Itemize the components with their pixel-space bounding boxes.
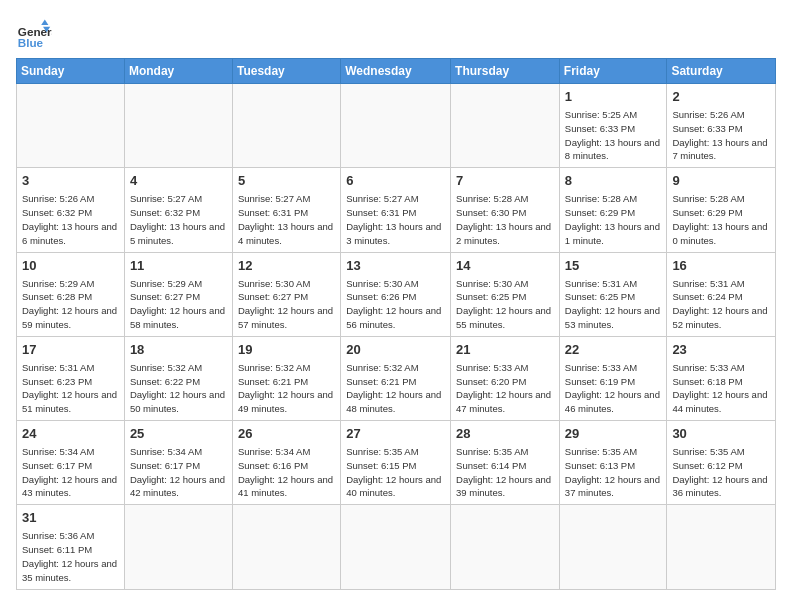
calendar-cell: 31Sunrise: 5:36 AM Sunset: 6:11 PM Dayli… bbox=[17, 505, 125, 589]
day-number: 29 bbox=[565, 425, 662, 443]
day-number: 14 bbox=[456, 257, 554, 275]
day-info: Sunrise: 5:35 AM Sunset: 6:14 PM Dayligh… bbox=[456, 445, 554, 500]
day-info: Sunrise: 5:33 AM Sunset: 6:18 PM Dayligh… bbox=[672, 361, 770, 416]
calendar-cell: 21Sunrise: 5:33 AM Sunset: 6:20 PM Dayli… bbox=[451, 336, 560, 420]
day-info: Sunrise: 5:34 AM Sunset: 6:17 PM Dayligh… bbox=[130, 445, 227, 500]
calendar-cell: 28Sunrise: 5:35 AM Sunset: 6:14 PM Dayli… bbox=[451, 421, 560, 505]
day-number: 3 bbox=[22, 172, 119, 190]
calendar-cell: 9Sunrise: 5:28 AM Sunset: 6:29 PM Daylig… bbox=[667, 168, 776, 252]
day-info: Sunrise: 5:31 AM Sunset: 6:23 PM Dayligh… bbox=[22, 361, 119, 416]
calendar-cell: 18Sunrise: 5:32 AM Sunset: 6:22 PM Dayli… bbox=[124, 336, 232, 420]
day-info: Sunrise: 5:26 AM Sunset: 6:32 PM Dayligh… bbox=[22, 192, 119, 247]
calendar-cell: 24Sunrise: 5:34 AM Sunset: 6:17 PM Dayli… bbox=[17, 421, 125, 505]
weekday-header: Friday bbox=[559, 59, 667, 84]
calendar-cell: 12Sunrise: 5:30 AM Sunset: 6:27 PM Dayli… bbox=[232, 252, 340, 336]
calendar-cell bbox=[559, 505, 667, 589]
day-number: 6 bbox=[346, 172, 445, 190]
day-info: Sunrise: 5:31 AM Sunset: 6:24 PM Dayligh… bbox=[672, 277, 770, 332]
day-number: 26 bbox=[238, 425, 335, 443]
calendar-cell: 30Sunrise: 5:35 AM Sunset: 6:12 PM Dayli… bbox=[667, 421, 776, 505]
day-number: 21 bbox=[456, 341, 554, 359]
day-number: 27 bbox=[346, 425, 445, 443]
day-info: Sunrise: 5:35 AM Sunset: 6:12 PM Dayligh… bbox=[672, 445, 770, 500]
day-info: Sunrise: 5:28 AM Sunset: 6:29 PM Dayligh… bbox=[672, 192, 770, 247]
calendar-cell: 2Sunrise: 5:26 AM Sunset: 6:33 PM Daylig… bbox=[667, 84, 776, 168]
day-number: 15 bbox=[565, 257, 662, 275]
calendar-cell: 5Sunrise: 5:27 AM Sunset: 6:31 PM Daylig… bbox=[232, 168, 340, 252]
day-info: Sunrise: 5:30 AM Sunset: 6:27 PM Dayligh… bbox=[238, 277, 335, 332]
calendar-cell: 11Sunrise: 5:29 AM Sunset: 6:27 PM Dayli… bbox=[124, 252, 232, 336]
calendar-cell: 27Sunrise: 5:35 AM Sunset: 6:15 PM Dayli… bbox=[341, 421, 451, 505]
day-number: 11 bbox=[130, 257, 227, 275]
day-number: 1 bbox=[565, 88, 662, 106]
calendar-cell: 19Sunrise: 5:32 AM Sunset: 6:21 PM Dayli… bbox=[232, 336, 340, 420]
day-info: Sunrise: 5:27 AM Sunset: 6:31 PM Dayligh… bbox=[238, 192, 335, 247]
day-info: Sunrise: 5:36 AM Sunset: 6:11 PM Dayligh… bbox=[22, 529, 119, 584]
day-info: Sunrise: 5:35 AM Sunset: 6:13 PM Dayligh… bbox=[565, 445, 662, 500]
day-info: Sunrise: 5:30 AM Sunset: 6:25 PM Dayligh… bbox=[456, 277, 554, 332]
calendar-cell: 17Sunrise: 5:31 AM Sunset: 6:23 PM Dayli… bbox=[17, 336, 125, 420]
calendar-cell: 6Sunrise: 5:27 AM Sunset: 6:31 PM Daylig… bbox=[341, 168, 451, 252]
day-number: 9 bbox=[672, 172, 770, 190]
day-number: 16 bbox=[672, 257, 770, 275]
calendar-cell bbox=[341, 505, 451, 589]
weekday-header: Monday bbox=[124, 59, 232, 84]
logo-icon: General Blue bbox=[16, 16, 52, 52]
calendar-table: SundayMondayTuesdayWednesdayThursdayFrid… bbox=[16, 58, 776, 590]
calendar-cell bbox=[667, 505, 776, 589]
calendar-week-row: 10Sunrise: 5:29 AM Sunset: 6:28 PM Dayli… bbox=[17, 252, 776, 336]
calendar-cell bbox=[232, 505, 340, 589]
weekday-header-row: SundayMondayTuesdayWednesdayThursdayFrid… bbox=[17, 59, 776, 84]
day-info: Sunrise: 5:29 AM Sunset: 6:27 PM Dayligh… bbox=[130, 277, 227, 332]
day-number: 2 bbox=[672, 88, 770, 106]
day-number: 30 bbox=[672, 425, 770, 443]
calendar-cell bbox=[451, 505, 560, 589]
weekday-header: Saturday bbox=[667, 59, 776, 84]
calendar-cell: 26Sunrise: 5:34 AM Sunset: 6:16 PM Dayli… bbox=[232, 421, 340, 505]
day-number: 19 bbox=[238, 341, 335, 359]
svg-text:Blue: Blue bbox=[18, 36, 44, 49]
day-info: Sunrise: 5:32 AM Sunset: 6:22 PM Dayligh… bbox=[130, 361, 227, 416]
calendar-cell: 23Sunrise: 5:33 AM Sunset: 6:18 PM Dayli… bbox=[667, 336, 776, 420]
calendar-week-row: 17Sunrise: 5:31 AM Sunset: 6:23 PM Dayli… bbox=[17, 336, 776, 420]
calendar-cell: 29Sunrise: 5:35 AM Sunset: 6:13 PM Dayli… bbox=[559, 421, 667, 505]
day-info: Sunrise: 5:28 AM Sunset: 6:29 PM Dayligh… bbox=[565, 192, 662, 247]
day-info: Sunrise: 5:32 AM Sunset: 6:21 PM Dayligh… bbox=[238, 361, 335, 416]
day-number: 8 bbox=[565, 172, 662, 190]
day-info: Sunrise: 5:30 AM Sunset: 6:26 PM Dayligh… bbox=[346, 277, 445, 332]
calendar-cell: 25Sunrise: 5:34 AM Sunset: 6:17 PM Dayli… bbox=[124, 421, 232, 505]
day-number: 13 bbox=[346, 257, 445, 275]
weekday-header: Wednesday bbox=[341, 59, 451, 84]
weekday-header: Sunday bbox=[17, 59, 125, 84]
calendar-cell: 8Sunrise: 5:28 AM Sunset: 6:29 PM Daylig… bbox=[559, 168, 667, 252]
calendar-cell: 7Sunrise: 5:28 AM Sunset: 6:30 PM Daylig… bbox=[451, 168, 560, 252]
day-number: 23 bbox=[672, 341, 770, 359]
calendar-cell bbox=[232, 84, 340, 168]
calendar-cell bbox=[341, 84, 451, 168]
day-info: Sunrise: 5:33 AM Sunset: 6:19 PM Dayligh… bbox=[565, 361, 662, 416]
day-info: Sunrise: 5:34 AM Sunset: 6:17 PM Dayligh… bbox=[22, 445, 119, 500]
day-number: 20 bbox=[346, 341, 445, 359]
calendar-cell bbox=[451, 84, 560, 168]
weekday-header: Tuesday bbox=[232, 59, 340, 84]
day-number: 5 bbox=[238, 172, 335, 190]
day-info: Sunrise: 5:25 AM Sunset: 6:33 PM Dayligh… bbox=[565, 108, 662, 163]
day-number: 31 bbox=[22, 509, 119, 527]
day-info: Sunrise: 5:27 AM Sunset: 6:32 PM Dayligh… bbox=[130, 192, 227, 247]
logo: General Blue bbox=[16, 16, 52, 52]
day-info: Sunrise: 5:33 AM Sunset: 6:20 PM Dayligh… bbox=[456, 361, 554, 416]
calendar-cell: 22Sunrise: 5:33 AM Sunset: 6:19 PM Dayli… bbox=[559, 336, 667, 420]
day-number: 18 bbox=[130, 341, 227, 359]
day-number: 12 bbox=[238, 257, 335, 275]
calendar-cell: 20Sunrise: 5:32 AM Sunset: 6:21 PM Dayli… bbox=[341, 336, 451, 420]
day-number: 10 bbox=[22, 257, 119, 275]
calendar-cell bbox=[124, 505, 232, 589]
calendar-week-row: 24Sunrise: 5:34 AM Sunset: 6:17 PM Dayli… bbox=[17, 421, 776, 505]
calendar-week-row: 1Sunrise: 5:25 AM Sunset: 6:33 PM Daylig… bbox=[17, 84, 776, 168]
calendar-cell: 14Sunrise: 5:30 AM Sunset: 6:25 PM Dayli… bbox=[451, 252, 560, 336]
day-info: Sunrise: 5:31 AM Sunset: 6:25 PM Dayligh… bbox=[565, 277, 662, 332]
day-number: 24 bbox=[22, 425, 119, 443]
weekday-header: Thursday bbox=[451, 59, 560, 84]
day-info: Sunrise: 5:27 AM Sunset: 6:31 PM Dayligh… bbox=[346, 192, 445, 247]
calendar-week-row: 3Sunrise: 5:26 AM Sunset: 6:32 PM Daylig… bbox=[17, 168, 776, 252]
